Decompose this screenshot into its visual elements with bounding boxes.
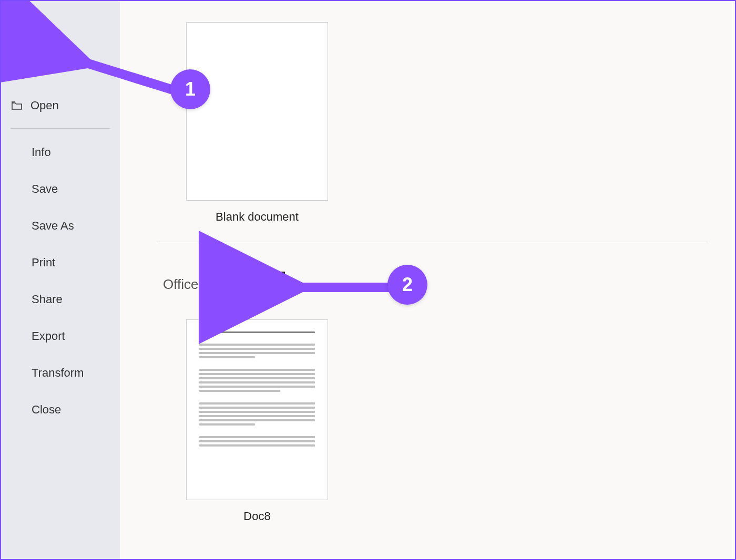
sidebar-item-export[interactable]: Export (1, 318, 120, 355)
folder-open-icon (11, 99, 30, 112)
template-doc8[interactable]: Doc8 (186, 319, 328, 523)
sidebar-item-save[interactable]: Save (1, 171, 120, 208)
doc8-thumbnail (186, 319, 328, 500)
blank-document-thumbnail (186, 22, 328, 201)
sidebar-label-print: Print (32, 256, 55, 269)
sidebar-item-home[interactable]: Home (1, 14, 120, 50)
sidebar-label-close: Close (32, 403, 61, 417)
annotation-badge-2-text: 2 (402, 274, 413, 296)
annotation-arrow-2 (279, 274, 400, 300)
backstage-frame: Home New Open Info Save Save As Print (0, 0, 736, 560)
annotation-arrow-1 (64, 49, 190, 107)
sidebar-item-share[interactable]: Share (1, 281, 120, 318)
templates-divider (157, 242, 708, 242)
sidebar-label-save: Save (32, 182, 58, 196)
sidebar-item-print[interactable]: Print (1, 244, 120, 281)
annotation-badge-1: 1 (170, 69, 210, 109)
sidebar-item-save-as[interactable]: Save As (1, 208, 120, 244)
sidebar-item-info[interactable]: Info (1, 134, 120, 171)
tab-personal-label: Personal (224, 276, 279, 292)
backstage-main: Blank document Office Personal (120, 1, 735, 559)
sidebar-label-home: Home (30, 25, 62, 39)
blank-document-label: Blank document (216, 210, 299, 224)
sidebar-label-open: Open (30, 99, 59, 112)
annotation-badge-1-text: 1 (185, 78, 196, 100)
sidebar-label-export: Export (32, 329, 65, 343)
template-blank-document[interactable]: Blank document (186, 22, 328, 224)
doc8-label: Doc8 (186, 510, 328, 523)
sidebar-label-save-as: Save As (32, 219, 74, 233)
sidebar-label-info: Info (32, 146, 51, 159)
sidebar-label-new: New (30, 62, 54, 76)
tab-personal[interactable]: Personal (218, 272, 285, 297)
sidebar-label-share: Share (32, 293, 63, 306)
template-category-tabs: Office Personal (162, 272, 708, 297)
personal-templates-area: Doc8 (186, 319, 708, 523)
document-icon (11, 63, 30, 75)
sidebar-item-transform[interactable]: Transform (1, 355, 120, 391)
sidebar-label-transform: Transform (32, 366, 84, 380)
sidebar-divider (11, 128, 110, 129)
tab-office[interactable]: Office (162, 274, 199, 295)
home-icon (11, 26, 30, 38)
sidebar-item-close[interactable]: Close (1, 391, 120, 428)
tab-office-label: Office (163, 276, 198, 292)
annotation-badge-2: 2 (387, 265, 427, 305)
